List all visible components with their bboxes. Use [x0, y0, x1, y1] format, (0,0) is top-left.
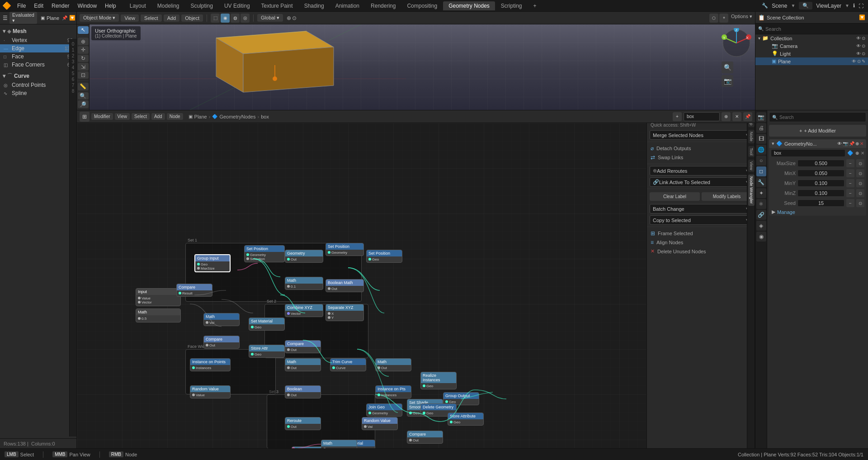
- tab-rendering[interactable]: Rendering: [365, 1, 401, 10]
- proportional-icon[interactable]: ⊙: [292, 15, 297, 21]
- solid-btn[interactable]: ◉: [221, 14, 230, 23]
- frame-selected-btn[interactable]: ⊞ Frame Selected: [647, 229, 755, 238]
- node-group-input[interactable]: [771, 149, 845, 157]
- node-box-38[interactable]: Math Out: [321, 440, 357, 448]
- minx-socket-icon[interactable]: ⊙: [856, 169, 864, 177]
- minz-socket-icon[interactable]: ⊙: [856, 189, 864, 197]
- viewlayer-dropdown-icon[interactable]: ▼: [845, 3, 849, 8]
- ne-pin-icon[interactable]: 📌: [743, 112, 752, 121]
- node-box-31[interactable]: Math Out: [375, 358, 411, 371]
- tab-layout[interactable]: Layout: [124, 1, 151, 10]
- add-btn[interactable]: Add: [164, 14, 180, 22]
- object-mode-dropdown[interactable]: Object Mode ▾: [80, 14, 119, 22]
- select-tool-btn[interactable]: ↖: [78, 26, 89, 34]
- outliner-item-plane[interactable]: ▣ Plane 👁 ⊙ ✎: [755, 57, 868, 65]
- fullscreen-icon[interactable]: ⛶: [859, 3, 863, 9]
- camera-exclude-icon[interactable]: ⊙: [862, 43, 865, 48]
- tab-sculpting[interactable]: Sculpting: [185, 1, 218, 10]
- camera-eye-icon[interactable]: 👁: [856, 43, 861, 48]
- maxsize-minus-btn[interactable]: −: [846, 159, 854, 167]
- tab-modeling[interactable]: Modeling: [152, 1, 185, 10]
- modifier-copy-icon[interactable]: ⊕: [855, 141, 859, 146]
- node-box-13[interactable]: Compare Out: [203, 336, 240, 349]
- modifier-expand-icon[interactable]: ▾: [772, 141, 774, 147]
- minz-value[interactable]: 0.100: [797, 190, 844, 197]
- node-box-22[interactable]: Trim Curve Curve: [330, 358, 366, 371]
- output-tab[interactable]: 🖨: [756, 123, 766, 133]
- modify-labels-btn[interactable]: Modify Labels: [702, 192, 752, 201]
- modifier-delete-icon[interactable]: ✕: [860, 141, 863, 146]
- ne-view-btn[interactable]: View: [115, 113, 130, 120]
- outliner-item-collection[interactable]: ▾ 📁 Collection 👁 ⊙: [755, 34, 868, 42]
- outliner-search-input[interactable]: [765, 26, 865, 32]
- object-btn[interactable]: Object: [181, 14, 203, 22]
- overlay-icon[interactable]: ⬡: [709, 14, 718, 23]
- node-box-7[interactable]: Math 0.1: [285, 277, 323, 290]
- node-box-35[interactable]: Random Value Val: [362, 417, 398, 430]
- breadcrumb-box[interactable]: box: [261, 114, 269, 119]
- object-tab[interactable]: □: [756, 166, 766, 176]
- vertex-item[interactable]: · Vertex 92: [0, 36, 76, 44]
- view-layer-tab[interactable]: 🎞: [756, 134, 766, 144]
- tool-tab[interactable]: Tool: [748, 146, 755, 157]
- view-side-tab[interactable]: View: [748, 160, 755, 172]
- rotate-tool-btn[interactable]: ↻: [78, 55, 89, 62]
- edit-node-group-icon[interactable]: 🔷: [847, 150, 854, 156]
- info-icon[interactable]: ℹ: [853, 3, 855, 9]
- search-icon[interactable]: 🔍: [799, 2, 812, 9]
- eye-icon[interactable]: 👁: [856, 36, 861, 41]
- prop-search-input[interactable]: [779, 115, 863, 120]
- viewport-canvas[interactable]: User Orthographic (1) Collection | Plane…: [90, 24, 755, 110]
- tab-animation[interactable]: Animation: [330, 1, 365, 10]
- breadcrumb-plane[interactable]: Plane: [194, 114, 207, 119]
- zoom-out-btn[interactable]: 🔎: [78, 100, 89, 108]
- transform-tool-btn[interactable]: ⊡: [78, 71, 89, 79]
- cursor-tool-btn[interactable]: ⊕: [78, 38, 89, 45]
- delete-node-group-icon[interactable]: ✕: [861, 151, 864, 156]
- light-eye-icon[interactable]: 👁: [856, 51, 861, 56]
- plane-exclude-icon[interactable]: ⊙: [857, 59, 861, 64]
- node-box-12[interactable]: Math Val: [203, 313, 240, 326]
- tab-shading[interactable]: Shading: [299, 1, 330, 10]
- pin-icon[interactable]: 📌: [62, 15, 67, 20]
- tab-geometry-nodes[interactable]: Geometry Nodes: [443, 1, 495, 10]
- merge-dropdown[interactable]: Merge Selected Nodes ▾: [650, 130, 752, 140]
- miny-minus-btn[interactable]: −: [846, 179, 854, 187]
- node-box-30[interactable]: Compare Out: [285, 340, 321, 353]
- node-box-20[interactable]: Math Out: [285, 358, 321, 371]
- engine-icon[interactable]: 🔧: [762, 3, 768, 9]
- outliner-item-light[interactable]: 💡 Light 👁 ⊙: [755, 50, 868, 57]
- outliner-filter-icon[interactable]: 🔽: [859, 14, 865, 20]
- copy-to-selected-dropdown[interactable]: Copy to Selected ▾: [650, 215, 752, 225]
- edge-item[interactable]: — Edge 138: [0, 44, 76, 52]
- evaluated-dropdown[interactable]: Evaluated ▾: [9, 12, 37, 24]
- tab-uv-editing[interactable]: UV Editing: [219, 1, 255, 10]
- material-tab[interactable]: ◉: [756, 232, 766, 242]
- rendered-btn[interactable]: ◎: [241, 14, 250, 23]
- face-item[interactable]: □ Face 52: [0, 52, 76, 61]
- clear-label-btn[interactable]: Clear Label: [650, 192, 700, 201]
- seed-minus-btn[interactable]: −: [846, 199, 854, 207]
- node-box-9[interactable]: Set Position Geometry: [326, 243, 364, 256]
- modifier-render-icon[interactable]: 📷: [843, 141, 848, 146]
- node-box-2[interactable]: Math 0.5: [136, 308, 181, 322]
- breadcrumb-geonodes[interactable]: GeometryNodes: [219, 114, 255, 119]
- node-box-24[interactable]: Join Geo Geometry: [366, 403, 402, 417]
- scene-dropdown-icon[interactable]: ▼: [791, 3, 795, 8]
- gizmo-icon[interactable]: ⌖: [719, 14, 728, 23]
- axis-widget[interactable]: X Y Z: [722, 28, 751, 58]
- nw-tab-active[interactable]: Node Wrangler: [748, 175, 755, 205]
- minz-minus-btn[interactable]: −: [846, 189, 854, 197]
- select-btn[interactable]: Select: [141, 14, 162, 22]
- node-box-15[interactable]: Store Attr Geo: [249, 345, 285, 358]
- spline-item[interactable]: ∿ Spline 0: [0, 89, 76, 97]
- ne-add-btn[interactable]: Add: [151, 113, 165, 120]
- snap-icon[interactable]: ⊕: [287, 15, 291, 21]
- node-box-21[interactable]: Boolean Out: [285, 385, 321, 398]
- node-box-33[interactable]: Realize Instances Geo: [420, 372, 457, 389]
- exclude-icon[interactable]: ⊙: [862, 36, 865, 41]
- curve-expand-icon[interactable]: ▾: [3, 73, 5, 79]
- node-box-26[interactable]: Reroute Out: [285, 417, 321, 430]
- node-box-32[interactable]: Instance on Pts Instances: [375, 385, 411, 398]
- world-tab[interactable]: ○: [756, 156, 766, 166]
